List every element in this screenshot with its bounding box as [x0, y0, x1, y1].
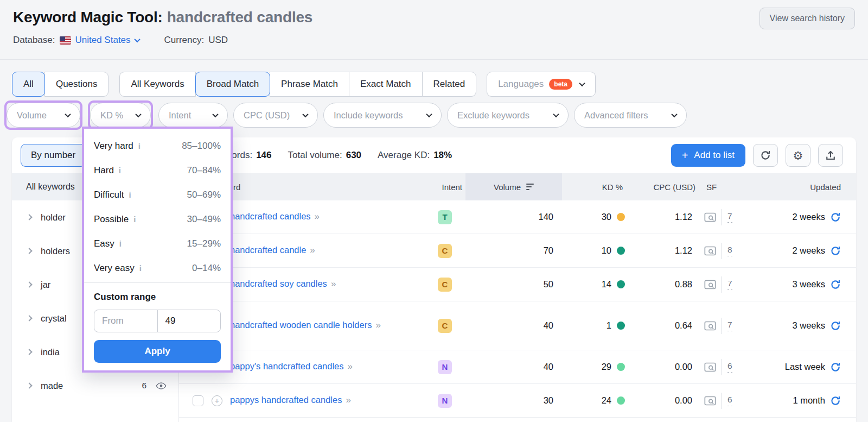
- tab-related[interactable]: Related: [422, 72, 477, 97]
- eye-icon[interactable]: [156, 382, 167, 390]
- kd-value: 30: [602, 212, 611, 222]
- sf-value[interactable]: 7: [727, 279, 732, 290]
- info-icon[interactable]: [133, 215, 136, 224]
- keyword-link[interactable]: handcrafted candle: [230, 245, 306, 255]
- export-button[interactable]: [818, 144, 843, 167]
- keyword-link[interactable]: handcrafted soy candles: [230, 279, 327, 288]
- kd-option-possible[interactable]: Possible 30–49%: [84, 207, 231, 231]
- double-chevron-icon[interactable]: »: [375, 320, 379, 330]
- refresh-button[interactable]: [753, 144, 778, 167]
- languages-dropdown[interactable]: Languages beta: [487, 72, 596, 97]
- sf-value[interactable]: 7: [727, 211, 732, 223]
- add-to-list-label: Add to list: [694, 150, 735, 161]
- database-value: United States: [75, 35, 131, 46]
- kd-option-very-hard[interactable]: Very hard 85–100%: [84, 134, 231, 158]
- serp-preview-icon[interactable]: [704, 321, 716, 331]
- tab-phrase-match[interactable]: Phrase Match: [270, 72, 349, 97]
- header-meta: Database: United States Currency: USD: [13, 35, 855, 46]
- kd-option-difficult[interactable]: Difficult 50–69%: [84, 182, 231, 207]
- divider: [722, 318, 722, 334]
- serp-preview-icon[interactable]: [704, 246, 716, 256]
- tab-exact-match[interactable]: Exact Match: [349, 72, 423, 97]
- kd-dot-icon: [617, 213, 625, 221]
- header-kd[interactable]: KD %: [562, 173, 630, 200]
- tab-questions[interactable]: Questions: [44, 72, 109, 97]
- info-icon[interactable]: [119, 239, 122, 248]
- page-header: Keyword Magic Tool:handcrafted candles V…: [0, 0, 868, 60]
- double-chevron-icon[interactable]: »: [331, 279, 335, 289]
- serp-preview-icon[interactable]: [704, 362, 716, 372]
- volume-value: 50: [465, 279, 562, 289]
- sf-value[interactable]: 6: [727, 361, 732, 373]
- kd-to-input[interactable]: [158, 310, 221, 332]
- refresh-row-icon[interactable]: [830, 320, 841, 331]
- sf-value[interactable]: 6: [727, 395, 732, 406]
- header-updated[interactable]: Updated: [750, 173, 856, 200]
- refresh-row-icon[interactable]: [830, 395, 841, 406]
- serp-preview-icon[interactable]: [704, 396, 716, 406]
- keyword-link[interactable]: pappy's handcrafted candles: [230, 361, 344, 371]
- divider: [722, 209, 722, 225]
- header-intent[interactable]: Intent: [424, 173, 465, 200]
- filters-row: Volume KD % Intent CPC (USD) Include key…: [0, 97, 868, 130]
- database-selector[interactable]: Database: United States: [13, 35, 139, 46]
- header-volume-sorted[interactable]: Volume: [465, 173, 562, 200]
- kd-option-hard[interactable]: Hard 70–84%: [84, 158, 231, 182]
- cpc-value: 0.64: [630, 320, 700, 331]
- keyword-link[interactable]: handcrafted wooden candle holders: [230, 320, 372, 330]
- double-chevron-icon[interactable]: »: [346, 395, 349, 405]
- kd-from-input[interactable]: [94, 310, 157, 332]
- kd-option-range: 50–69%: [187, 190, 221, 200]
- kd-option-very-easy[interactable]: Very easy 0–14%: [84, 256, 231, 280]
- header-sf[interactable]: SF: [700, 173, 750, 200]
- double-chevron-icon[interactable]: »: [315, 211, 318, 222]
- group-label: holders: [41, 246, 70, 256]
- add-to-list-button[interactable]: + Add to list: [671, 144, 745, 167]
- group-count: 6: [142, 381, 146, 390]
- keyword-link[interactable]: handcrafted candles: [230, 211, 311, 221]
- chevron-down-icon: [553, 111, 559, 117]
- toolbar-actions: + Add to list ⚙: [671, 144, 843, 167]
- include-keywords-dropdown[interactable]: Include keywords: [323, 103, 442, 128]
- info-icon[interactable]: [138, 141, 141, 150]
- export-icon: [825, 150, 836, 161]
- apply-button[interactable]: Apply: [94, 340, 221, 363]
- tab-all[interactable]: All: [12, 72, 45, 97]
- kd-option-easy[interactable]: Easy 15–29%: [84, 231, 231, 256]
- info-icon[interactable]: [129, 190, 131, 199]
- exclude-keywords-dropdown[interactable]: Exclude keywords: [447, 103, 569, 128]
- match-type-tabs: All Questions All Keywords Broad Match P…: [0, 60, 868, 97]
- settings-button[interactable]: ⚙: [786, 144, 810, 167]
- info-icon[interactable]: [119, 166, 121, 175]
- serp-preview-icon[interactable]: [704, 280, 716, 289]
- tab-group-match: All Keywords Broad Match Phrase Match Ex…: [119, 72, 476, 97]
- tab-broad-match[interactable]: Broad Match: [195, 72, 270, 97]
- refresh-row-icon[interactable]: [830, 362, 841, 373]
- add-keyword-icon[interactable]: [212, 395, 222, 406]
- volume-filter-dropdown[interactable]: Volume: [7, 103, 80, 128]
- by-number-toggle[interactable]: By number: [21, 144, 86, 167]
- row-checkbox[interactable]: [193, 395, 203, 406]
- sidebar-group-made[interactable]: made 6: [12, 369, 178, 402]
- cpc-filter-dropdown[interactable]: CPC (USD): [233, 103, 318, 128]
- sf-value[interactable]: 8: [727, 245, 732, 256]
- sf-value[interactable]: 7: [727, 320, 732, 331]
- double-chevron-icon[interactable]: »: [310, 245, 314, 255]
- kd-filter-dropdown[interactable]: KD %: [90, 103, 151, 128]
- tab-all-keywords[interactable]: All Keywords: [119, 72, 195, 97]
- serp-preview-icon[interactable]: [704, 212, 716, 222]
- refresh-row-icon[interactable]: [830, 245, 841, 256]
- view-search-history-button[interactable]: View search history: [760, 8, 855, 29]
- database-label: Database:: [13, 35, 55, 46]
- info-icon[interactable]: [139, 263, 142, 273]
- header-cpc[interactable]: CPC (USD): [630, 173, 700, 200]
- double-chevron-icon[interactable]: »: [348, 361, 352, 371]
- intent-filter-dropdown[interactable]: Intent: [158, 103, 228, 128]
- kd-option-range: 0–14%: [192, 263, 221, 274]
- keyword-link[interactable]: pappys handcrafted candles: [230, 395, 342, 405]
- cpc-value: 1.12: [630, 212, 700, 222]
- kd-options-list: Very hard 85–100% Hard 70–84% Difficult …: [84, 129, 231, 280]
- refresh-row-icon[interactable]: [830, 279, 841, 290]
- advanced-filters-dropdown[interactable]: Advanced filters: [574, 103, 687, 128]
- refresh-row-icon[interactable]: [830, 212, 841, 223]
